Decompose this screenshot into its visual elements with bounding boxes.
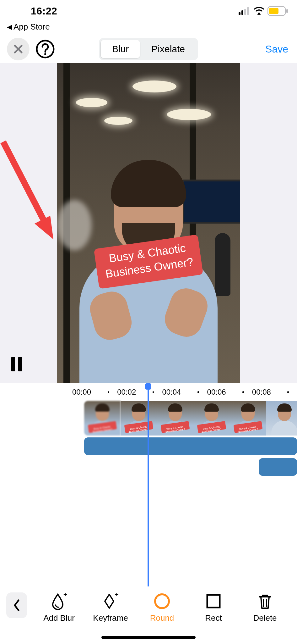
help-button[interactable] [34, 38, 57, 60]
svg-rect-17 [207, 595, 220, 608]
svg-point-16 [155, 594, 169, 608]
wifi-icon [254, 7, 264, 15]
square-shape-icon [205, 592, 222, 610]
timeline-thumb[interactable]: Busy & ChaoticBusiness Owner? [230, 401, 266, 436]
segment-blur[interactable]: Blur [101, 40, 140, 58]
timeline-thumb[interactable]: Busy & ChaoticBusiness Owner? [84, 401, 121, 436]
cellular-icon [239, 7, 251, 15]
status-icons [239, 6, 288, 16]
time-mark: 00:04 [162, 388, 197, 397]
tool-add-blur[interactable]: + Add Blur [33, 592, 85, 623]
svg-rect-12 [11, 357, 15, 371]
svg-rect-1 [241, 10, 243, 15]
keyframe-plus-icon: + [102, 592, 119, 610]
help-icon [35, 39, 55, 59]
svg-rect-2 [244, 9, 246, 15]
save-button[interactable]: Save [265, 43, 288, 55]
svg-rect-0 [239, 12, 240, 15]
svg-point-9 [44, 53, 46, 55]
svg-rect-7 [286, 9, 288, 13]
svg-text:+: + [63, 592, 67, 598]
timeline-thumb[interactable]: Busy & ChaoticBusiness Owner? [121, 401, 157, 436]
blur-clip-1[interactable] [84, 437, 297, 455]
close-icon [13, 43, 24, 55]
status-bar: 16:22 [0, 0, 297, 22]
tool-keyframe[interactable]: + Keyframe [85, 592, 136, 623]
toolbar-back-button[interactable] [6, 592, 27, 618]
svg-line-10 [3, 142, 47, 227]
time-mark: 00:00 [72, 388, 108, 397]
blur-clip-2[interactable] [259, 458, 297, 476]
svg-rect-6 [269, 8, 278, 14]
back-triangle-icon: ◀ [7, 23, 12, 31]
time-mark: 00:06 [207, 388, 243, 397]
nav-bar: Blur Pixelate Save [0, 35, 297, 63]
bottom-toolbar: + Add Blur + Keyframe Round Rect Delete [0, 587, 297, 644]
playhead[interactable] [148, 383, 149, 586]
applied-blur-region[interactable] [57, 200, 92, 250]
svg-rect-3 [247, 7, 249, 15]
svg-rect-13 [18, 357, 22, 371]
video-preview-area: Busy & Chaotic Business Owner? [0, 63, 297, 383]
annotation-arrow [0, 139, 63, 252]
svg-marker-11 [35, 216, 53, 239]
effect-mode-segment: Blur Pixelate [99, 38, 198, 60]
chevron-left-icon [13, 599, 20, 612]
back-app-label: App Store [14, 22, 50, 32]
battery-icon [267, 6, 288, 16]
tool-label: Delete [253, 613, 277, 623]
timeline-thumb[interactable] [266, 401, 297, 436]
close-button[interactable] [7, 38, 30, 60]
svg-text:+: + [115, 592, 119, 598]
timeline[interactable]: 00:00 00:02 00:04 00:06 00:08 Busy & Cha… [0, 383, 297, 586]
trash-icon [256, 592, 274, 610]
pause-icon [11, 357, 23, 371]
circle-shape-icon [153, 592, 171, 610]
status-time: 16:22 [9, 5, 57, 17]
video-frame[interactable]: Busy & Chaotic Business Owner? [57, 63, 240, 383]
timeline-thumb[interactable]: Busy & ChaoticBusiness Owner? [157, 401, 193, 436]
time-mark: 00:08 [252, 388, 288, 397]
tool-label: Rect [205, 613, 222, 623]
tool-label: Add Blur [43, 613, 75, 623]
home-indicator[interactable] [101, 636, 196, 639]
tool-label: Keyframe [93, 613, 128, 623]
tool-delete[interactable]: Delete [239, 592, 291, 623]
svg-point-4 [258, 13, 260, 14]
tool-label: Round [150, 613, 174, 623]
timeline-thumb[interactable]: Busy & ChaoticBusiness Owner? [193, 401, 230, 436]
segment-pixelate[interactable]: Pixelate [140, 40, 196, 58]
droplet-plus-icon: + [50, 592, 68, 610]
tool-rect[interactable]: Rect [188, 592, 239, 623]
tool-round[interactable]: Round [136, 592, 188, 623]
pause-button[interactable] [11, 357, 23, 373]
back-to-appstore[interactable]: ◀ App Store [0, 22, 297, 35]
